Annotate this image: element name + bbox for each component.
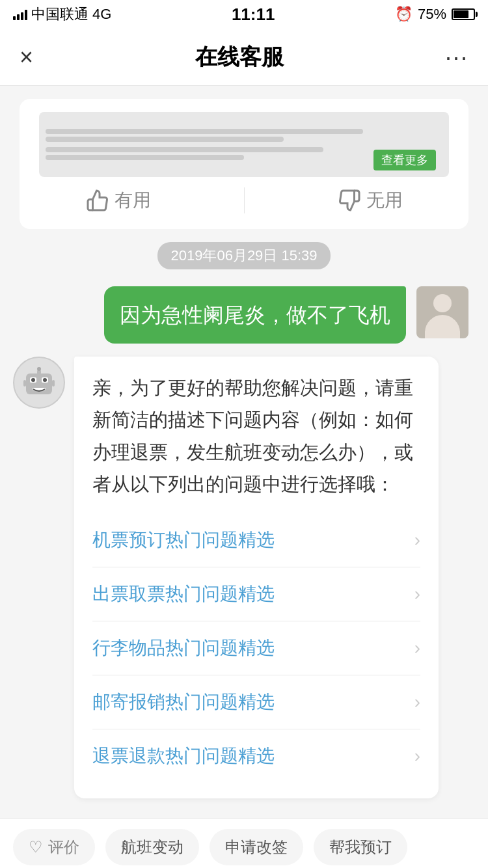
nav-title: 在线客服 bbox=[195, 42, 284, 72]
more-button[interactable]: ··· bbox=[445, 44, 468, 71]
signal-bars bbox=[13, 8, 27, 20]
useless-label: 无用 bbox=[366, 188, 403, 213]
svg-point-8 bbox=[31, 378, 35, 382]
faq-arrow-4: › bbox=[414, 692, 420, 712]
faq-item-2[interactable]: 出票取票热门问题精选 › bbox=[92, 567, 420, 621]
book-for-me-label: 帮我预订 bbox=[329, 837, 392, 858]
faq-item-5[interactable]: 退票退款热门问题精选 › bbox=[92, 729, 420, 783]
user-message-row: 因为急性阑尾炎，做不了飞机 bbox=[0, 280, 488, 350]
signal-bar-3 bbox=[21, 12, 23, 20]
battery-fill bbox=[454, 10, 468, 18]
battery-icon bbox=[452, 8, 475, 20]
thumbs-up-icon bbox=[86, 189, 109, 212]
signal-bar-2 bbox=[17, 14, 20, 20]
faq-arrow-1: › bbox=[414, 530, 420, 550]
faq-label-3: 行李物品热门问题精选 bbox=[92, 636, 275, 660]
feedback-image: 查看更多 bbox=[39, 112, 449, 177]
book-for-me-button[interactable]: 帮我预订 bbox=[314, 829, 407, 865]
faq-label-5: 退票退款热门问题精选 bbox=[92, 744, 275, 768]
faq-arrow-2: › bbox=[414, 584, 420, 604]
svg-rect-7 bbox=[52, 380, 55, 387]
change-ticket-label: 申请改签 bbox=[225, 837, 288, 858]
feedback-actions: 有用 无用 bbox=[39, 187, 449, 213]
feedback-image-button[interactable]: 查看更多 bbox=[373, 150, 436, 170]
faq-label-1: 机票预订热门问题精选 bbox=[92, 528, 275, 552]
svg-point-9 bbox=[43, 378, 47, 382]
faq-arrow-3: › bbox=[414, 638, 420, 658]
robot-icon bbox=[21, 364, 57, 401]
user-avatar bbox=[416, 286, 468, 338]
divider bbox=[244, 187, 245, 213]
bot-text: 亲，为了更好的帮助您解决问题，请重新简洁的描述下问题内容（例如：如何办理退票，发… bbox=[92, 372, 420, 500]
timestamp-badge: 2019年06月29日 15:39 bbox=[157, 242, 330, 269]
bot-message-row: 亲，为了更好的帮助您解决问题，请重新简洁的描述下问题内容（例如：如何办理退票，发… bbox=[0, 350, 488, 805]
heart-icon: ♡ bbox=[29, 838, 43, 856]
signal-bar-1 bbox=[13, 16, 16, 20]
faq-item-4[interactable]: 邮寄报销热门问题精选 › bbox=[92, 675, 420, 729]
review-label: 评价 bbox=[48, 837, 79, 858]
useful-label: 有用 bbox=[115, 188, 151, 213]
status-bar: 中国联通 4G 11:11 ⏰ 75% bbox=[0, 0, 488, 29]
faq-label-2: 出票取票热门问题精选 bbox=[92, 582, 275, 606]
bot-bubble: 亲，为了更好的帮助您解决问题，请重新简洁的描述下问题内容（例如：如何办理退票，发… bbox=[74, 357, 439, 798]
status-time: 11:11 bbox=[232, 5, 275, 25]
alarm-icon: ⏰ bbox=[395, 6, 413, 23]
thumbs-down-icon bbox=[338, 189, 361, 212]
feedback-card: 查看更多 有用 无用 bbox=[20, 99, 468, 229]
useless-button[interactable]: 无用 bbox=[338, 188, 403, 213]
review-button[interactable]: ♡ 评价 bbox=[13, 829, 95, 865]
signal-bar-4 bbox=[25, 10, 27, 20]
useful-button[interactable]: 有用 bbox=[86, 188, 151, 213]
flight-change-button[interactable]: 航班变动 bbox=[105, 829, 199, 865]
faq-arrow-5: › bbox=[414, 746, 420, 766]
svg-point-5 bbox=[37, 367, 41, 371]
battery-percent: 75% bbox=[418, 6, 446, 23]
change-ticket-button[interactable]: 申请改签 bbox=[210, 829, 303, 865]
nav-bar: × 在线客服 ··· bbox=[0, 29, 488, 86]
timestamp-row: 2019年06月29日 15:39 bbox=[0, 242, 488, 269]
status-right: ⏰ 75% bbox=[395, 6, 475, 23]
chat-area: 查看更多 有用 无用 2019年06月29日 15:39 bbox=[0, 86, 488, 818]
faq-list: 机票预订热门问题精选 › 出票取票热门问题精选 › 行李物品热门问题精选 › 邮… bbox=[92, 513, 420, 783]
faq-item-3[interactable]: 行李物品热门问题精选 › bbox=[92, 621, 420, 675]
network-type: 4G bbox=[92, 6, 111, 23]
carrier-name: 中国联通 bbox=[31, 5, 88, 24]
bot-avatar bbox=[13, 357, 65, 409]
faq-item-1[interactable]: 机票预订热门问题精选 › bbox=[92, 513, 420, 567]
flight-change-label: 航班变动 bbox=[121, 837, 183, 858]
svg-rect-6 bbox=[23, 380, 26, 387]
faq-label-4: 邮寄报销热门问题精选 bbox=[92, 690, 275, 714]
user-bubble: 因为急性阑尾炎，做不了飞机 bbox=[104, 286, 406, 344]
status-left: 中国联通 4G bbox=[13, 5, 111, 24]
quick-actions-bar: ♡ 评价 航班变动 申请改签 帮我预订 bbox=[0, 818, 488, 868]
close-button[interactable]: × bbox=[20, 44, 33, 71]
